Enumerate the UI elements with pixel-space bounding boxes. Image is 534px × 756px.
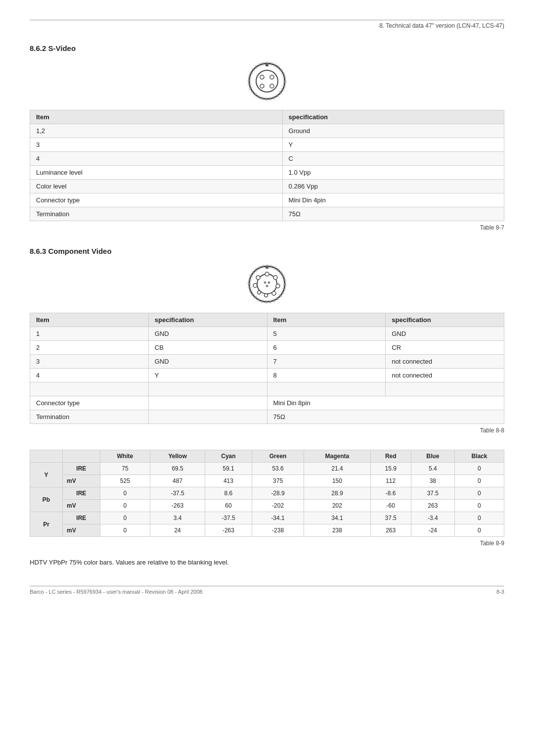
table-row: 4 Y 8 not connected xyxy=(30,369,504,382)
svideo-spec-6: 75Ω xyxy=(282,207,504,221)
color-val-4-2: -37.5 xyxy=(205,512,252,524)
color-val-1-4: 150 xyxy=(304,475,370,487)
comp-item2-3: 8 xyxy=(267,369,386,382)
svg-point-16 xyxy=(253,284,257,287)
color-col-header-8: Blue xyxy=(411,450,454,463)
comp-item2-0: 5 xyxy=(267,327,386,341)
header-text: 8. Technical data 47" version (LCN-47, L… xyxy=(379,22,504,29)
svideo-spec-4: 0.286 Vpp xyxy=(282,180,504,193)
color-val-4-6: -3.4 xyxy=(411,512,454,524)
color-table-row: YIRE7569.559.153.621.415.95.40 xyxy=(30,463,504,475)
color-val-5-3: -238 xyxy=(252,524,304,537)
color-val-1-0: 525 xyxy=(100,475,150,487)
color-row-sub-label: mV xyxy=(63,524,100,537)
svg-point-11 xyxy=(273,276,277,280)
footer-left: Barco - LC series - R5976934 - user's ma… xyxy=(30,589,202,595)
color-val-5-2: -263 xyxy=(205,524,252,537)
color-col-header-2: White xyxy=(100,450,150,463)
color-col-header-0 xyxy=(30,450,63,463)
table-row: Connector typeMini Din 4pin xyxy=(30,193,504,207)
svideo-col2-header: specification xyxy=(282,110,504,124)
color-val-2-4: 28.9 xyxy=(304,487,370,500)
color-val-5-4: 238 xyxy=(304,524,370,537)
svg-point-10 xyxy=(265,272,269,276)
color-table-label: Table 8-9 xyxy=(30,540,504,547)
color-val-5-7: 0 xyxy=(454,524,504,537)
color-val-4-0: 0 xyxy=(100,512,150,524)
comp-col2-header: specification xyxy=(148,313,267,327)
color-col-header-6: Magenta xyxy=(304,450,370,463)
svg-point-12 xyxy=(276,284,280,288)
svg-point-17 xyxy=(256,276,260,280)
section-component: 8.6.3 Component Video xyxy=(30,247,504,434)
svideo-spec-2: C xyxy=(282,152,504,166)
svideo-spec-3: 1.0 Vpp xyxy=(282,166,504,180)
table-row: Color level0.286 Vpp xyxy=(30,180,504,193)
color-val-0-0: 75 xyxy=(100,463,150,475)
color-val-0-7: 0 xyxy=(454,463,504,475)
table-row: 4C xyxy=(30,152,504,166)
color-val-3-5: -60 xyxy=(370,500,411,512)
color-col-header-9: Black xyxy=(454,450,504,463)
svg-point-3 xyxy=(270,75,274,79)
comp-footer-item2-0: Mini Din 8pin xyxy=(267,396,504,410)
table-row: 2 CB 6 CR xyxy=(30,341,504,355)
table-row: Termination75Ω xyxy=(30,207,504,221)
comp-item1-0: 1 xyxy=(30,327,149,341)
section-component-title: 8.6.3 Component Video xyxy=(30,247,504,255)
svg-point-13 xyxy=(272,291,276,295)
comp-spec2-0: GND xyxy=(386,327,504,341)
component-connector-svg xyxy=(247,264,287,304)
color-val-4-5: 37.5 xyxy=(370,512,411,524)
color-val-3-2: 60 xyxy=(205,500,252,512)
comp-item2-1: 6 xyxy=(267,341,386,355)
svideo-table: Item specification 1,2Ground3Y4CLuminanc… xyxy=(30,110,504,221)
table-row: 1,2Ground xyxy=(30,124,504,138)
component-connector-image xyxy=(30,264,504,304)
svg-point-18 xyxy=(264,282,267,284)
comp-footer-spec1-1 xyxy=(148,410,267,424)
color-col-header-3: Yellow xyxy=(150,450,205,463)
svideo-item-0: 1,2 xyxy=(30,124,283,138)
table-row xyxy=(30,382,504,396)
comp-spec2-2: not connected xyxy=(386,355,504,369)
comp-item1-2: 3 xyxy=(30,355,149,369)
color-val-2-5: -8.6 xyxy=(370,487,411,500)
color-val-5-6: -24 xyxy=(411,524,454,537)
color-val-5-5: 263 xyxy=(370,524,411,537)
color-table-row: PbIRE0-37.58.6-28.928.9-8.637.50 xyxy=(30,487,504,500)
color-val-0-1: 69.5 xyxy=(150,463,205,475)
color-val-1-5: 112 xyxy=(370,475,411,487)
svg-point-2 xyxy=(260,75,264,79)
svideo-item-4: Color level xyxy=(30,180,283,193)
color-row-sub-label: mV xyxy=(63,475,100,487)
color-row-sub-label: IRE xyxy=(63,512,100,524)
color-val-5-0: 0 xyxy=(100,524,150,537)
comp-col3-header: Item xyxy=(267,313,386,327)
color-val-1-7: 0 xyxy=(454,475,504,487)
color-val-4-4: 34.1 xyxy=(304,512,370,524)
color-row-sub-label: IRE xyxy=(63,487,100,500)
color-table-header-row: WhiteYellowCyanGreenMagentaRedBlueBlack xyxy=(30,450,504,463)
color-val-2-6: 37.5 xyxy=(411,487,454,500)
comp-spec1-1: CB xyxy=(148,341,267,355)
comp-spec1-2: GND xyxy=(148,355,267,369)
color-val-2-2: 8.6 xyxy=(205,487,252,500)
color-table-row: mV0-26360-202202-602630 xyxy=(30,500,504,512)
color-table-row: PrIRE03.4-37.5-34.134.137.5-3.40 xyxy=(30,512,504,524)
color-val-4-7: 0 xyxy=(454,512,504,524)
color-val-1-6: 38 xyxy=(411,475,454,487)
table-row: Luminance level1.0 Vpp xyxy=(30,166,504,180)
color-col-header-7: Red xyxy=(370,450,411,463)
color-val-3-4: 202 xyxy=(304,500,370,512)
svideo-connector-svg xyxy=(247,61,287,101)
color-val-3-0: 0 xyxy=(100,500,150,512)
svg-point-20 xyxy=(266,285,268,287)
page-footer: Barco - LC series - R5976934 - user's ma… xyxy=(30,586,504,595)
table-row: 3 GND 7 not connected xyxy=(30,355,504,369)
comp-footer-item2-1: 75Ω xyxy=(267,410,504,424)
svideo-item-2: 4 xyxy=(30,152,283,166)
color-col-header-4: Cyan xyxy=(205,450,252,463)
color-table-note: HDTV YPbPr 75% color bars. Values are re… xyxy=(30,559,504,566)
color-val-2-7: 0 xyxy=(454,487,504,500)
